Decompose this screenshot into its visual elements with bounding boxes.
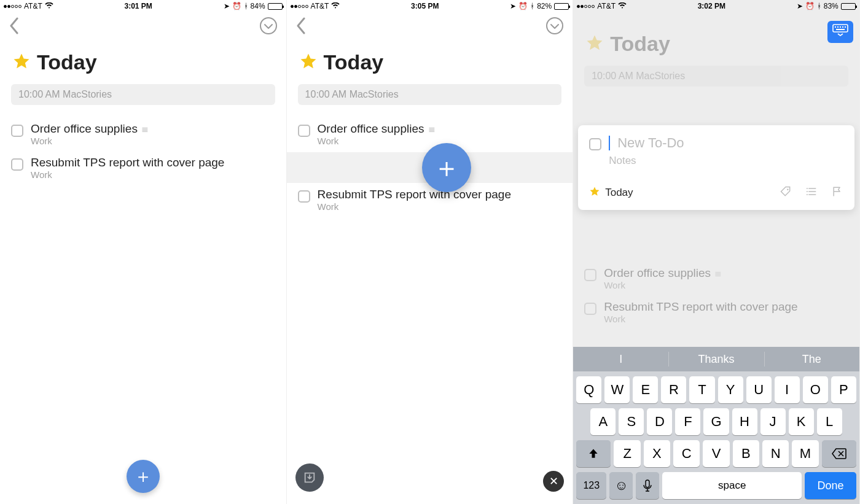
svg-rect-10: [646, 480, 649, 487]
checkbox[interactable]: [298, 125, 310, 137]
cancel-button[interactable]: ✕: [543, 471, 564, 492]
star-icon: [299, 52, 318, 73]
text-cursor: [609, 136, 610, 150]
key-y[interactable]: Y: [718, 376, 743, 403]
status-bar: AT&T 3:01 PM ➤ ⏰ ᚼ 84%: [0, 0, 286, 12]
key-q[interactable]: Q: [576, 376, 601, 403]
suggestion[interactable]: Thanks: [668, 347, 764, 371]
todo-project: Work: [604, 314, 848, 324]
key-space[interactable]: space: [662, 472, 802, 499]
key-emoji[interactable]: ☺: [609, 472, 633, 499]
todo-item[interactable]: Resubmit TPS report with cover page Work: [0, 151, 286, 185]
key-g[interactable]: G: [703, 408, 729, 435]
key-numbers[interactable]: 123: [576, 472, 606, 499]
checkbox[interactable]: [11, 158, 23, 171]
key-v[interactable]: V: [703, 440, 729, 467]
notes-input[interactable]: Notes: [589, 155, 843, 167]
key-s[interactable]: S: [619, 408, 644, 435]
location-icon: ➤: [224, 2, 230, 10]
screen-2: AT&T 3:05 PM ➤ ⏰ ᚼ 82% Today 10:00 AM Ma…: [287, 0, 574, 504]
key-r[interactable]: R: [661, 376, 686, 403]
dropdown-button[interactable]: [545, 17, 564, 35]
key-w[interactable]: W: [604, 376, 630, 403]
keyboard-suggestions: I Thanks The: [573, 347, 859, 371]
key-backspace[interactable]: [822, 440, 856, 467]
ios-keyboard: I Thanks The Q W E R T Y U I O P A S D F…: [573, 347, 859, 504]
key-b[interactable]: B: [733, 440, 759, 467]
suggestion[interactable]: I: [573, 347, 668, 371]
bluetooth-icon: ᚼ: [530, 2, 534, 10]
key-n[interactable]: N: [762, 440, 789, 467]
clock-label: 3:01 PM: [124, 2, 152, 10]
key-z[interactable]: Z: [614, 440, 640, 467]
key-t[interactable]: T: [689, 376, 714, 403]
back-button[interactable]: [9, 17, 20, 34]
bluetooth-icon: ᚼ: [817, 2, 821, 10]
calendar-event: 10:00 AM MacStories: [584, 66, 848, 87]
todo-list: Order office supplies≣ Work ＋ Resubmit T…: [287, 111, 573, 217]
todo-list: Order office supplies≣ Work Resubmit TPS…: [0, 111, 286, 185]
todo-item: Order office supplies≣ Work: [573, 262, 859, 295]
nav-bar: [287, 12, 573, 39]
key-e[interactable]: E: [633, 376, 658, 403]
star-icon: [12, 52, 31, 73]
checklist-icon: ≣: [428, 124, 436, 134]
key-done[interactable]: Done: [805, 472, 856, 499]
drop-target-row[interactable]: ＋: [287, 152, 573, 183]
status-bar: AT&T 3:05 PM ➤ ⏰ ᚼ 82%: [287, 0, 573, 12]
key-o[interactable]: O: [803, 376, 828, 403]
key-shift[interactable]: [576, 440, 611, 467]
alarm-icon: ⏰: [805, 2, 815, 10]
todo-project: Work: [31, 169, 275, 180]
status-bar: AT&T 3:02 PM ➤ ⏰ ᚼ 83%: [573, 0, 859, 12]
battery-pct-label: 83%: [824, 2, 838, 10]
key-h[interactable]: H: [732, 408, 757, 435]
checkbox[interactable]: [11, 125, 23, 137]
key-m[interactable]: M: [792, 440, 818, 467]
calendar-event[interactable]: 10:00 AM MacStories: [298, 84, 562, 105]
back-button[interactable]: [295, 17, 307, 34]
add-task-dragging-button[interactable]: ＋: [422, 143, 471, 192]
key-d[interactable]: D: [647, 408, 672, 435]
key-l[interactable]: L: [817, 408, 842, 435]
new-todo-input[interactable]: New To-Do: [617, 135, 684, 151]
tag-icon[interactable]: [780, 185, 792, 200]
key-x[interactable]: X: [644, 440, 670, 467]
checklist-icon[interactable]: [805, 185, 818, 200]
location-icon: ➤: [510, 2, 516, 10]
todo-item[interactable]: Order office supplies≣ Work: [287, 117, 573, 151]
list-label: Today: [605, 187, 633, 199]
suggestion[interactable]: The: [764, 347, 859, 371]
add-task-button[interactable]: ＋: [127, 460, 160, 493]
list-picker-button[interactable]: Today: [589, 186, 633, 200]
page-title: Today: [610, 32, 670, 56]
wifi-icon: [618, 2, 627, 10]
key-p[interactable]: P: [831, 376, 856, 403]
page-title: Today: [324, 50, 384, 74]
key-f[interactable]: F: [675, 408, 700, 435]
flag-icon[interactable]: [831, 185, 843, 200]
new-todo-card: New To-Do Notes Today: [578, 125, 854, 210]
clock-label: 3:05 PM: [411, 2, 439, 10]
dropdown-button[interactable]: [259, 17, 278, 35]
key-u[interactable]: U: [746, 376, 772, 403]
todo-item[interactable]: Order office supplies≣ Work: [0, 117, 286, 151]
calendar-event[interactable]: 10:00 AM MacStories: [11, 84, 275, 105]
key-a[interactable]: A: [590, 408, 616, 435]
todo-item: Resubmit TPS report with cover page Work: [573, 295, 859, 329]
todo-item[interactable]: Resubmit TPS report with cover page Work: [287, 183, 573, 217]
key-i[interactable]: I: [775, 376, 800, 403]
key-c[interactable]: C: [673, 440, 700, 467]
carrier-label: AT&T: [597, 2, 616, 10]
key-k[interactable]: K: [789, 408, 814, 435]
checkbox: [584, 303, 596, 315]
inbox-button[interactable]: [295, 463, 324, 492]
key-dictation[interactable]: [636, 472, 659, 499]
key-j[interactable]: J: [760, 408, 786, 435]
star-icon: [585, 34, 604, 55]
alarm-icon: ⏰: [518, 2, 528, 10]
checkbox[interactable]: [589, 138, 601, 150]
checkbox[interactable]: [298, 190, 310, 203]
page-title-row: Today: [0, 39, 286, 78]
todo-project: Work: [604, 280, 848, 290]
